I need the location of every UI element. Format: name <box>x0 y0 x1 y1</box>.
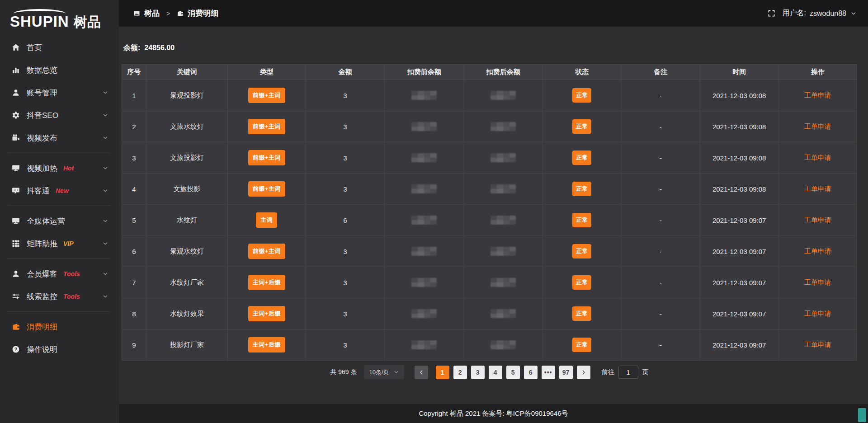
prev-page-button[interactable] <box>415 366 428 379</box>
menu-badge: Hot <box>63 164 74 172</box>
cell-balance-after <box>464 267 543 298</box>
sidebar-group: 全媒体运营矩阵助推VIP <box>0 210 119 255</box>
breadcrumb-separator: > <box>166 10 170 17</box>
sidebar-item-video-heat[interactable]: 视频加热Hot <box>0 157 119 179</box>
sidebar-item-video-publish[interactable]: 视频发布 <box>0 127 119 149</box>
sidebar-item-label: 线索监控 <box>27 291 57 302</box>
sidebar-item-operation-guide[interactable]: ?操作说明 <box>0 338 119 361</box>
cell-amount: 3 <box>306 236 385 267</box>
censored-balance <box>491 216 516 225</box>
cell-keyword: 文旅投影灯 <box>146 142 227 174</box>
logo-text-en: SHUPIN <box>10 14 69 29</box>
cell-balance-after <box>464 80 543 111</box>
username[interactable]: zswodun88 <box>810 9 846 18</box>
menu-divider <box>8 258 111 259</box>
wallet-icon <box>12 323 20 331</box>
page-button-6[interactable]: 6 <box>524 366 538 379</box>
cell-amount: 3 <box>306 111 385 142</box>
page-button-5[interactable]: 5 <box>506 366 520 379</box>
cell-action: 工单申请 <box>778 80 857 111</box>
status-badge: 正常 <box>572 213 591 227</box>
work-order-link[interactable]: 工单申请 <box>804 185 831 193</box>
gear-icon <box>12 111 20 119</box>
cell-amount: 6 <box>306 205 385 236</box>
work-order-link[interactable]: 工单申请 <box>804 341 831 348</box>
next-page-button[interactable] <box>577 366 590 379</box>
cell-status: 正常 <box>542 174 621 205</box>
sidebar-item-consumption-detail[interactable]: 消费明细 <box>0 315 119 338</box>
sidebar-item-all-media-operation[interactable]: 全媒体运营 <box>0 210 119 232</box>
cell-balance-before <box>385 236 464 267</box>
sidebar-item-account-management[interactable]: 账号管理 <box>0 81 119 104</box>
cell-remark: - <box>621 267 700 298</box>
goto-page-input[interactable] <box>618 366 638 379</box>
status-badge: 正常 <box>572 150 591 165</box>
logo-text-cn: 树品 <box>74 15 101 29</box>
menu-divider <box>8 311 111 312</box>
sidebar-item-home[interactable]: 首页 <box>0 36 119 59</box>
cell-time: 2021-12-03 09:08 <box>700 80 778 111</box>
type-badge: 主词 <box>256 212 277 228</box>
breadcrumb-item-current: 消费明细 <box>188 8 218 19</box>
fullscreen-icon[interactable] <box>768 9 775 17</box>
work-order-link[interactable]: 工单申请 <box>804 91 831 99</box>
cell-remark: - <box>621 205 700 236</box>
page-button-97[interactable]: 97 <box>559 366 573 379</box>
page-button-2[interactable]: 2 <box>453 366 467 379</box>
svg-text:?: ? <box>14 347 18 352</box>
page-button-4[interactable]: 4 <box>489 366 502 379</box>
cell-keyword: 水纹灯效果 <box>146 298 227 329</box>
cell-type: 前缀+主词 <box>228 236 306 267</box>
balance: 余额:24856.00 <box>123 43 857 53</box>
page-button-3[interactable]: 3 <box>471 366 485 379</box>
chevron-down-icon <box>394 370 399 375</box>
cell-remark: - <box>621 142 700 174</box>
sidebar-item-clue-monitor[interactable]: 线索监控Tools <box>0 285 119 308</box>
work-order-link[interactable]: 工单申请 <box>804 216 831 224</box>
censored-balance <box>491 91 516 100</box>
cell-type: 前缀+主词 <box>228 111 306 142</box>
cell-status: 正常 <box>542 142 621 174</box>
sidebar-item-member-burst[interactable]: 会员爆客Tools <box>0 263 119 285</box>
page-size-select[interactable]: 10条/页 <box>364 365 404 379</box>
chevron-right-icon <box>581 370 586 375</box>
cell-balance-before <box>385 298 464 329</box>
sidebar-item-label: 操作说明 <box>27 344 57 355</box>
doc-icon <box>133 10 140 17</box>
type-badge: 前缀+主词 <box>248 244 285 259</box>
type-badge: 前缀+主词 <box>248 181 285 197</box>
cell-keyword: 文旅水纹灯 <box>146 111 227 142</box>
sidebar-item-doukertong[interactable]: 抖客通New <box>0 179 119 202</box>
censored-balance <box>491 122 516 131</box>
chevron-down-icon <box>103 188 108 193</box>
type-badge: 主词+后缀 <box>248 306 285 321</box>
user-icon <box>12 270 20 278</box>
work-order-link[interactable]: 工单申请 <box>804 154 831 161</box>
cell-no: 1 <box>122 80 146 111</box>
cell-status: 正常 <box>542 236 621 267</box>
sidebar-item-label: 账号管理 <box>27 88 57 98</box>
sidebar-item-matrix-boost[interactable]: 矩阵助推VIP <box>0 232 119 255</box>
cell-action: 工单申请 <box>778 298 857 329</box>
work-order-link[interactable]: 工单申请 <box>804 122 831 130</box>
page-button-1[interactable]: 1 <box>436 366 449 379</box>
ellipsis-button[interactable]: ••• <box>542 366 555 379</box>
sidebar-item-douyin-seo[interactable]: 抖音SEO <box>0 104 119 127</box>
cell-no: 8 <box>122 298 146 329</box>
work-order-link[interactable]: 工单申请 <box>804 247 831 255</box>
cell-type: 主词+后缀 <box>228 329 306 361</box>
column-header: 时间 <box>700 65 778 80</box>
sidebar-menu: 首页数据总览账号管理抖音SEO视频发布视频加热Hot抖客通New全媒体运营矩阵助… <box>0 33 119 423</box>
breadcrumb-item-home[interactable]: 树品 <box>144 8 160 19</box>
work-order-link[interactable]: 工单申请 <box>804 278 831 286</box>
chevron-down-icon[interactable] <box>851 11 856 16</box>
status-badge: 正常 <box>572 306 591 321</box>
chat-icon <box>12 187 20 195</box>
corner-widget[interactable] <box>858 408 866 422</box>
total-count: 共 969 条 <box>330 368 357 376</box>
cell-remark: - <box>621 298 700 329</box>
cell-action: 工单申请 <box>778 111 857 142</box>
work-order-link[interactable]: 工单申请 <box>804 310 831 317</box>
sidebar-item-data-overview[interactable]: 数据总览 <box>0 59 119 81</box>
cell-type: 前缀+主词 <box>228 142 306 174</box>
